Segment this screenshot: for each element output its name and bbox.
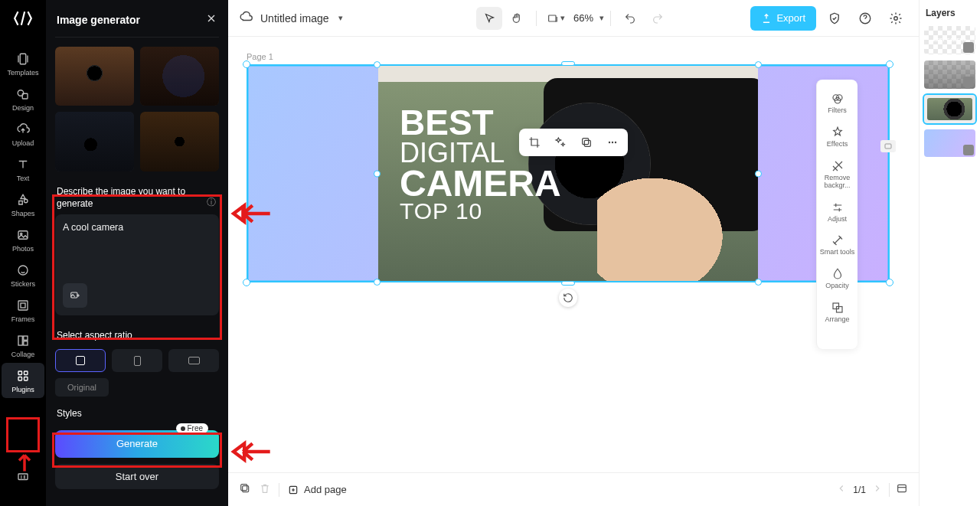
layer-overlay[interactable] bbox=[924, 60, 975, 89]
rail-plugins[interactable]: Plugins bbox=[2, 363, 44, 398]
copy-button[interactable] bbox=[574, 132, 599, 153]
rail-frames-label: Frames bbox=[11, 315, 35, 323]
aspect-original[interactable]: Original bbox=[55, 378, 109, 397]
aspect-portrait[interactable] bbox=[112, 349, 162, 372]
rail-collage[interactable]: Collage bbox=[2, 328, 44, 363]
add-page-label: Add page bbox=[304, 484, 347, 495]
prompt-box: A cool camera bbox=[55, 214, 219, 315]
rail-more[interactable] bbox=[2, 463, 44, 488]
describe-info-icon[interactable]: ⓘ bbox=[207, 196, 216, 209]
crop-button[interactable] bbox=[522, 132, 547, 153]
undo-button[interactable] bbox=[617, 7, 643, 30]
pages-grid-icon[interactable] bbox=[896, 482, 908, 498]
rail-frames[interactable]: Frames bbox=[2, 292, 44, 328]
inner-handle-tl[interactable] bbox=[374, 61, 381, 68]
rail-photos[interactable]: Photos bbox=[2, 222, 44, 257]
more-button[interactable] bbox=[600, 132, 625, 153]
title-dropdown-icon[interactable]: ▾ bbox=[338, 13, 343, 23]
hand-tool[interactable] bbox=[504, 7, 530, 30]
svg-rect-22 bbox=[583, 139, 589, 145]
inner-handle-br[interactable] bbox=[755, 279, 762, 286]
svg-point-25 bbox=[615, 142, 616, 143]
rail-text[interactable]: Text bbox=[2, 152, 44, 187]
zoom-level[interactable]: 66% bbox=[573, 12, 593, 24]
inspector-opacity[interactable]: Opacity bbox=[817, 264, 858, 293]
svg-rect-32 bbox=[241, 484, 247, 490]
export-label: Export bbox=[776, 12, 805, 24]
layer-text[interactable] bbox=[924, 26, 975, 54]
sel-handle-top[interactable] bbox=[561, 61, 575, 66]
aspect-label: Select aspect ratio bbox=[46, 323, 228, 346]
layer-image[interactable] bbox=[924, 95, 975, 123]
inspector-removebg[interactable]: Remove backgr... bbox=[817, 156, 858, 193]
aspect-landscape[interactable] bbox=[168, 349, 219, 372]
svg-rect-13 bbox=[18, 377, 22, 381]
next-page-button[interactable] bbox=[872, 483, 883, 497]
aspect-square[interactable] bbox=[55, 349, 106, 372]
ai-button[interactable] bbox=[548, 132, 573, 153]
inspector-filters[interactable]: Filters bbox=[817, 89, 858, 118]
thumb-1[interactable] bbox=[55, 47, 134, 106]
app-logo[interactable] bbox=[11, 6, 35, 31]
document-title[interactable]: Untitled image bbox=[260, 12, 329, 24]
rail-photos-label: Photos bbox=[12, 245, 34, 253]
inner-handle-ml[interactable] bbox=[374, 170, 381, 177]
page-thumbnail-icon[interactable] bbox=[880, 140, 896, 152]
rail-design[interactable]: Design bbox=[2, 81, 44, 116]
sel-handle-br[interactable] bbox=[886, 279, 893, 286]
sel-handle-tr[interactable] bbox=[886, 60, 893, 68]
shield-icon[interactable] bbox=[822, 6, 847, 31]
inner-handle-mr[interactable] bbox=[755, 170, 762, 177]
inner-handle-bl[interactable] bbox=[374, 279, 381, 286]
zoom-dropdown-icon[interactable]: ▾ bbox=[599, 13, 604, 23]
delete-page-icon bbox=[259, 482, 271, 498]
svg-rect-12 bbox=[24, 371, 28, 375]
inspector-effects[interactable]: Effects bbox=[817, 122, 858, 152]
svg-rect-7 bbox=[21, 303, 25, 308]
prompt-input[interactable]: A cool camera bbox=[63, 222, 211, 277]
rail-stickers[interactable]: Stickers bbox=[2, 257, 44, 292]
settings-icon[interactable] bbox=[884, 6, 908, 31]
rail-shapes-label: Shapes bbox=[11, 210, 35, 217]
thumb-3[interactable] bbox=[55, 112, 134, 171]
layer-background[interactable] bbox=[924, 129, 975, 158]
svg-rect-6 bbox=[18, 301, 28, 310]
rail-shapes[interactable]: Shapes bbox=[2, 187, 44, 222]
generate-button[interactable]: Generate Free bbox=[55, 430, 219, 457]
layers-panel: Layers bbox=[919, 0, 980, 506]
add-page-button[interactable]: Add page bbox=[287, 484, 347, 496]
rail-templates[interactable]: Templates bbox=[2, 46, 44, 81]
rail-design-label: Design bbox=[12, 104, 34, 112]
inspector-smart[interactable]: Smart tools bbox=[817, 230, 858, 260]
resize-tool[interactable]: ▾ bbox=[543, 7, 569, 30]
rail-plugins-label: Plugins bbox=[11, 386, 34, 393]
prev-page-button[interactable] bbox=[836, 483, 847, 497]
svg-rect-0 bbox=[20, 54, 26, 64]
sel-handle-tl[interactable] bbox=[243, 60, 250, 68]
sel-handle-bl[interactable] bbox=[243, 279, 250, 286]
rotate-handle[interactable] bbox=[559, 289, 577, 307]
cloud-save-icon[interactable] bbox=[239, 10, 253, 27]
panel-close-button[interactable] bbox=[205, 12, 217, 28]
left-rail: Templates Design Upload Text Shapes Phot… bbox=[0, 0, 46, 506]
inner-handle-tr[interactable] bbox=[755, 61, 762, 68]
duplicate-page-icon[interactable] bbox=[239, 482, 251, 498]
select-tool[interactable] bbox=[476, 7, 502, 30]
export-button[interactable]: Export bbox=[750, 6, 816, 31]
canvas-viewport[interactable]: Page 1 BEST DIGITAL CAMERA TOP 10 bbox=[228, 37, 919, 472]
canvas-page[interactable]: BEST DIGITAL CAMERA TOP 10 bbox=[247, 64, 890, 282]
thumb-4[interactable] bbox=[140, 112, 219, 171]
inspector-adjust[interactable]: Adjust bbox=[817, 198, 858, 227]
sel-handle-bottom[interactable] bbox=[561, 281, 575, 286]
svg-point-24 bbox=[612, 142, 613, 143]
layers-title: Layers bbox=[924, 8, 975, 26]
reference-image-button[interactable] bbox=[63, 283, 87, 308]
thumb-2[interactable] bbox=[140, 47, 219, 106]
svg-rect-11 bbox=[18, 371, 22, 375]
redo-button[interactable] bbox=[645, 7, 671, 30]
start-over-button[interactable]: Start over bbox=[55, 464, 219, 489]
help-icon[interactable] bbox=[853, 6, 877, 31]
inspector-arrange[interactable]: Arrange bbox=[817, 298, 858, 327]
plugin-panel: Image generator Describe the image you w… bbox=[46, 0, 228, 506]
rail-upload[interactable]: Upload bbox=[2, 116, 44, 152]
